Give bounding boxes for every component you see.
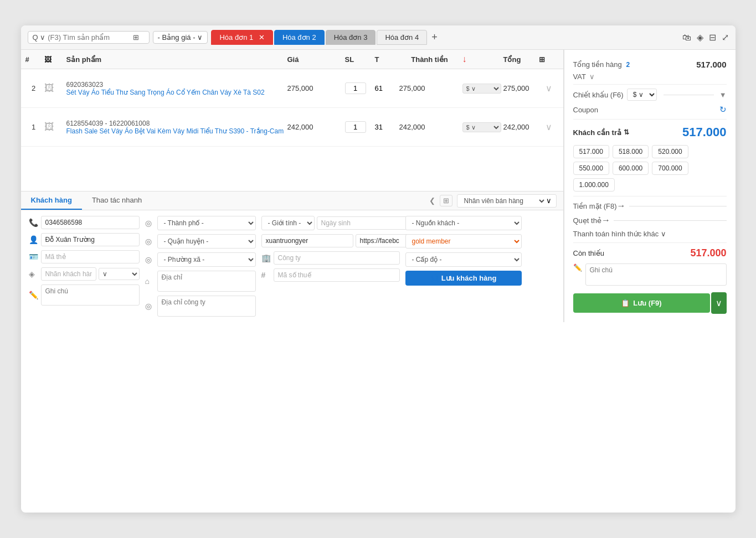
price-button[interactable]: - Bảng giá - ∨ <box>153 31 208 44</box>
other-payment-label[interactable]: Thanh toán hình thức khác ∨ <box>573 230 667 238</box>
save-btn-dropdown[interactable]: ∨ <box>711 292 727 314</box>
search-q-icon[interactable]: Q ∨ <box>33 33 46 42</box>
amount-btn-7[interactable]: 1.000.000 <box>573 178 615 192</box>
amount-btn-6[interactable]: 700.000 <box>652 162 688 175</box>
customer-nav: ❮ ⊞ Nhân viên bán hàng ∨ <box>423 192 563 210</box>
gender-select[interactable]: - Giới tính - <box>261 216 315 230</box>
sort-icon: ⇅ <box>624 128 629 136</box>
amount-btn-5[interactable]: 600.000 <box>613 162 649 175</box>
content-area: # 🖼 Sản phẩm Giá SL T Thành tiền ↓ Tổng … <box>21 50 736 322</box>
nav-prev-icon[interactable]: ❮ <box>429 196 435 205</box>
currency-select[interactable]: $ ∨ <box>462 84 501 94</box>
col-product: Sản phẩm <box>66 55 285 64</box>
product-name[interactable]: Sét Váy Áo Tiểu Thư Sang Trọng Áo Cổ Yếm… <box>66 89 285 96</box>
staff-select[interactable]: Nhân viên bán hàng ∨ <box>457 194 557 208</box>
total-pay-label: Khách cần trả ⇅ <box>573 128 630 137</box>
tab-invoice-3[interactable]: Hóa đơn 3 <box>326 30 376 45</box>
location2-icon: ◎ <box>145 237 155 246</box>
tag-input[interactable] <box>41 267 96 281</box>
barcode-icon[interactable]: ⊞ <box>133 33 139 42</box>
city-select[interactable]: - Thành phố - <box>157 216 256 230</box>
phone-input[interactable] <box>41 216 140 229</box>
source-row: - Nguồn khách - <box>405 216 522 230</box>
tab-customer[interactable]: Khách hàng <box>21 192 82 210</box>
staff-select-input[interactable]: Nhân viên bán hàng <box>462 196 546 205</box>
table-header: # 🖼 Sản phẩm Giá SL T Thành tiền ↓ Tổng … <box>21 50 563 69</box>
customer-section: Khách hàng Thao tác nhanh ❮ ⊞ Nhân viên … <box>21 191 563 322</box>
source-select[interactable]: - Nguồn khách - <box>405 216 522 230</box>
search-input[interactable] <box>48 33 131 42</box>
total-pay-value: 517.000 <box>682 125 727 139</box>
membership-row: gold member <box>405 234 522 249</box>
tag-icon[interactable]: ◈ <box>697 32 703 43</box>
coupon-refresh-icon[interactable]: ↻ <box>719 105 727 115</box>
customer-form: 📞 👤 🪪 ◈ <box>21 210 563 322</box>
name-input[interactable] <box>41 233 140 246</box>
birthday-input[interactable] <box>317 216 409 230</box>
sort-down-icon[interactable]: ↓ <box>462 54 501 64</box>
level-select[interactable]: - Cấp độ - <box>405 252 522 267</box>
tax-input[interactable] <box>274 268 400 282</box>
phone-icon: 📞 <box>29 218 39 227</box>
row-t: 61 <box>375 84 397 92</box>
membership-select[interactable]: gold member <box>405 234 522 249</box>
qty-input[interactable] <box>345 121 366 133</box>
total-pay-row: Khách cần trả ⇅ 517.000 <box>573 122 727 143</box>
remove-row-button[interactable]: ∨ <box>539 83 559 94</box>
nav-table-icon[interactable]: ⊞ <box>440 195 452 206</box>
tab-invoice-1[interactable]: Hóa đơn 1 ✕ <box>211 30 272 45</box>
remove-row-button[interactable]: ∨ <box>539 122 559 132</box>
col-expand[interactable]: ⊞ <box>539 55 559 64</box>
card-arrow-icon[interactable]: → <box>601 215 610 225</box>
note-icon: ✏️ <box>29 291 39 299</box>
discount-chevron-icon[interactable]: ▼ <box>719 91 727 99</box>
company-address-textarea[interactable] <box>157 296 256 317</box>
currency-select[interactable]: $ ∨ <box>462 122 501 132</box>
expand-icon[interactable]: ⤢ <box>722 32 729 43</box>
discount-select[interactable]: $ ∨ <box>627 89 657 101</box>
ward-select[interactable]: - Phường xã - <box>157 252 256 267</box>
save-icon[interactable]: ⊟ <box>709 32 716 43</box>
cart-icon[interactable]: 🛍 <box>682 33 691 43</box>
amount-btn-1[interactable]: 517.000 <box>573 145 609 158</box>
district-select[interactable]: - Quận huyện - <box>157 234 256 249</box>
amount-btn-3[interactable]: 520.000 <box>652 145 688 158</box>
save-btn-icon: 📋 <box>621 299 630 307</box>
note-row: ✏️ <box>29 284 140 306</box>
search-area[interactable]: Q ∨ ⊞ <box>28 31 150 44</box>
card-icon: 🪪 <box>29 252 39 261</box>
address-textarea[interactable] <box>157 271 256 292</box>
table-row: 2 🖼 6920363023 Sét Váy Áo Tiểu Thư Sang … <box>21 69 563 108</box>
company-input[interactable] <box>274 251 400 265</box>
tab-invoice-2[interactable]: Hóa đơn 2 <box>274 30 325 45</box>
amount-btn-2[interactable]: 518.000 <box>613 145 649 158</box>
location3-icon: ◎ <box>145 255 155 264</box>
left-panel: # 🖼 Sản phẩm Giá SL T Thành tiền ↓ Tổng … <box>21 50 564 322</box>
tab-invoice-4[interactable]: Hóa đơn 4 <box>377 30 427 45</box>
product-name[interactable]: Flash Sale Sét Váy Áo Bệt Vai Kèm Váy Mi… <box>66 127 285 135</box>
col-sl: SL <box>345 55 373 64</box>
email-input[interactable] <box>261 234 353 247</box>
quick-amounts: 517.000 518.000 520.000 550.000 600.000 … <box>573 143 727 194</box>
tag-select[interactable]: ∨ <box>99 268 140 280</box>
col-tong: Tổng <box>503 55 537 64</box>
product-code: 6920363023 <box>66 81 285 89</box>
qty-input[interactable] <box>345 82 366 94</box>
card-input[interactable] <box>41 250 140 263</box>
tab-quick-action[interactable]: Thao tác nhanh <box>82 192 152 210</box>
save-customer-button[interactable]: 👤 Lưu khách hàng <box>405 271 522 286</box>
tab-close-icon[interactable]: ✕ <box>259 33 265 42</box>
row-total: 242,000 <box>503 123 537 131</box>
cash-arrow-icon[interactable]: → <box>617 201 626 211</box>
save-customer-row: 👤 Lưu khách hàng <box>405 271 522 286</box>
save-button[interactable]: 📋 Lưu (F9) <box>573 293 710 313</box>
vat-chevron-icon[interactable]: ∨ <box>589 73 595 81</box>
note-input[interactable] <box>585 263 727 286</box>
table-body: 2 🖼 6920363023 Sét Váy Áo Tiểu Thư Sang … <box>21 69 563 191</box>
coupon-row: Coupon ↻ <box>573 102 727 117</box>
company-row: 🏢 <box>261 251 400 265</box>
note-textarea[interactable] <box>41 284 140 306</box>
add-tab-button[interactable]: + <box>428 30 441 44</box>
amount-btn-4[interactable]: 550.000 <box>573 162 609 175</box>
home-icon: ⌂ <box>145 277 155 286</box>
